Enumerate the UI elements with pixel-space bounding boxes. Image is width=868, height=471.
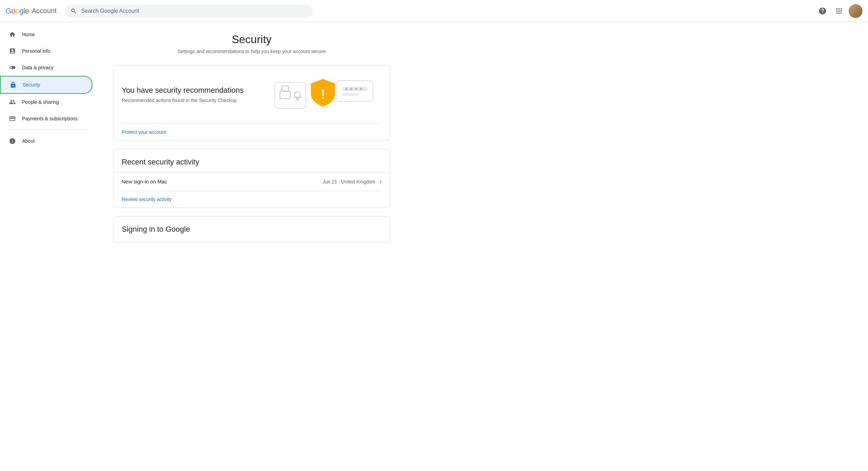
search-input[interactable] (81, 8, 307, 14)
activity-date-location-0: Jun 21 · United Kingdom (323, 179, 375, 184)
sidebar-item-payments[interactable]: Payments & subscriptions (0, 110, 92, 127)
sidebar-item-home[interactable]: Home (0, 26, 92, 43)
signing-in-card: Signing in to Google (113, 216, 390, 242)
recommendations-description: Recommended actions found in the Securit… (122, 98, 244, 103)
recommendations-card-text: You have security recommendations Recomm… (122, 86, 244, 103)
svg-rect-2 (280, 91, 290, 99)
activity-row-0[interactable]: New sign-in on Mac Jun 21 · United Kingd… (113, 172, 390, 191)
sidebar-divider (8, 130, 88, 130)
security-illustration: ! (271, 74, 382, 115)
review-activity-link[interactable]: Review security activity (113, 191, 390, 208)
page-subtitle: Settings and recommendations to help you… (113, 49, 390, 54)
people-icon (8, 98, 17, 106)
sidebar-item-personal-info-label: Personal info (22, 48, 50, 54)
help-button[interactable] (816, 4, 829, 18)
svg-rect-10 (342, 93, 359, 96)
sidebar-item-people-sharing[interactable]: People & sharing (0, 94, 92, 110)
sidebar-item-about[interactable]: About (0, 133, 92, 149)
activity-right-0: Jun 21 · United Kingdom › (323, 178, 382, 185)
toggle-icon (8, 63, 17, 72)
avatar[interactable] (849, 4, 862, 18)
info-icon (8, 137, 17, 145)
signing-in-card-top: Signing in to Google (113, 217, 390, 242)
svg-point-9 (360, 88, 362, 90)
svg-point-7 (350, 88, 353, 90)
signing-in-title: Signing in to Google (122, 225, 382, 234)
sidebar-item-data-privacy[interactable]: Data & privacy (0, 59, 92, 76)
svg-point-6 (345, 88, 348, 90)
recent-activity-title: Recent security activity (122, 158, 382, 167)
lock-icon (9, 81, 17, 89)
help-icon (818, 7, 827, 15)
page-title: Security (113, 33, 390, 46)
recommendations-title: You have security recommendations (122, 86, 244, 95)
header: Google Account (0, 0, 868, 22)
layout: Home Personal info Data & privacy (0, 22, 868, 471)
logo[interactable]: Google Account (6, 7, 57, 16)
sidebar-item-security[interactable]: Security (0, 76, 92, 94)
recommendations-card: You have security recommendations Recomm… (113, 65, 390, 141)
card-icon (8, 114, 17, 123)
protect-account-link[interactable]: Protect your account (113, 124, 390, 140)
account-wordmark: Account (32, 7, 57, 15)
apps-button[interactable] (832, 4, 846, 18)
svg-point-8 (355, 88, 357, 90)
recent-activity-card: Recent security activity New sign-in on … (113, 149, 390, 208)
main-content: Security Settings and recommendations to… (97, 22, 407, 471)
sidebar-item-home-label: Home (22, 32, 35, 37)
security-svg: ! (271, 74, 375, 115)
sidebar-item-people-sharing-label: People & sharing (22, 99, 59, 105)
svg-text:!: ! (321, 87, 325, 101)
activity-label-0: New sign-in on Mac (122, 179, 167, 184)
google-wordmark: Google (6, 7, 29, 16)
chevron-right-icon: › (380, 178, 382, 185)
sidebar-item-security-label: Security (23, 82, 40, 88)
sidebar-item-payments-label: Payments & subscriptions (22, 116, 78, 121)
apps-icon (835, 7, 843, 15)
sidebar-item-personal-info[interactable]: Personal info (0, 43, 92, 59)
recommendations-card-top: You have security recommendations Recomm… (113, 66, 390, 123)
search-icon (70, 8, 77, 14)
recent-activity-header: Recent security activity (113, 149, 390, 172)
search-bar[interactable] (65, 5, 313, 17)
svg-point-3 (296, 98, 299, 100)
sidebar-item-data-privacy-label: Data & privacy (22, 65, 53, 70)
person-icon (8, 47, 17, 55)
svg-rect-1 (282, 86, 289, 91)
sidebar-item-about-label: About (22, 138, 35, 144)
home-icon (8, 30, 17, 39)
header-actions (816, 4, 862, 18)
sidebar: Home Personal info Data & privacy (0, 22, 97, 471)
